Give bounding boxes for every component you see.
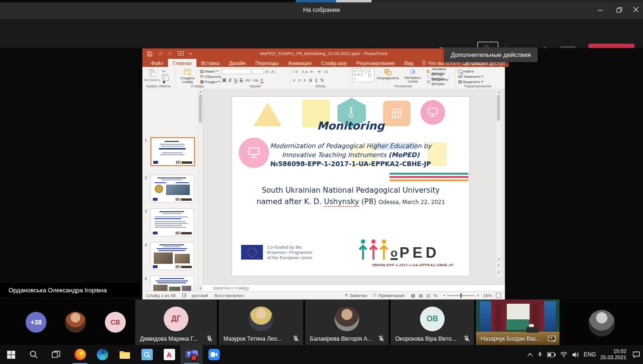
layout-button[interactable]: ▤Макет▾ (200, 69, 221, 74)
participant-tile-nazarchuk-video[interactable]: Назарчук Богдан Вас... (476, 299, 559, 345)
arrange-button[interactable]: Упорядочить (376, 68, 399, 84)
taskbar-file-explorer[interactable] (113, 345, 136, 364)
taskbar-acrobat[interactable]: A (158, 345, 180, 364)
tab-view[interactable]: Вид (400, 59, 418, 67)
slide-canvas[interactable]: Monitoring Modernization of Pedagogical … (232, 97, 469, 276)
font-size-combo[interactable] (252, 69, 263, 74)
tray-language[interactable]: ENG (584, 351, 596, 358)
slide-scroll-thumb[interactable] (497, 95, 500, 121)
participant-tile-balakireva[interactable]: Балакірева Вікторія А... (305, 299, 389, 345)
taskbar-edge[interactable] (91, 345, 113, 364)
thumb-scroll-up-icon[interactable]: ▲ (199, 90, 202, 93)
tray-mic-icon[interactable] (537, 351, 543, 358)
paste-button[interactable]: Вставить (144, 68, 160, 84)
numbering-icon[interactable]: ⒈≡ (301, 69, 308, 74)
minimize-button[interactable] (592, 3, 608, 16)
slide-thumbnail-4[interactable] (150, 242, 194, 270)
tab-review[interactable]: Рецензирование (352, 59, 400, 67)
tab-transitions[interactable]: Переходы (251, 59, 283, 67)
bullets-icon[interactable]: ∷≡ (293, 69, 298, 74)
participant-tile-okorokova[interactable]: ОВ Окорокова Віра Вікто... (391, 299, 474, 345)
participant-tile-demydova[interactable]: ДГ Демидова Марина Г... (135, 299, 217, 345)
zoom-slider-thumb[interactable] (460, 293, 462, 298)
task-view-button[interactable] (45, 345, 67, 364)
slide-thumbnail-3[interactable] (150, 208, 194, 236)
taskbar-zoom[interactable] (203, 345, 225, 364)
taskbar-firefox[interactable] (69, 345, 91, 364)
thumb-scroll-thumb[interactable] (199, 94, 202, 123)
underline-button[interactable]: Ч (234, 78, 237, 83)
tab-insert[interactable]: Вставка (196, 59, 224, 67)
align-right-icon[interactable]: ≡ (304, 78, 306, 83)
restore-button[interactable] (611, 3, 627, 16)
zoom-slider[interactable] (447, 295, 475, 296)
replace-button[interactable]: abЗаменить▾ (458, 74, 483, 79)
tray-chevron-icon[interactable] (527, 353, 533, 356)
spellcheck-icon[interactable] (182, 293, 187, 299)
new-slide-button[interactable]: Создать слайд (177, 68, 198, 84)
view-reading-button[interactable]: ▥ (426, 293, 430, 298)
align-left-icon[interactable]: ≡ (293, 78, 295, 83)
thumbnail-scrollbar[interactable]: ▲ ▼ (198, 89, 203, 291)
tab-home[interactable]: Главная (168, 59, 196, 67)
bold-button[interactable]: Ж (222, 78, 226, 83)
slide-scrollbar[interactable]: ▲ ▼ ⇞ ⇟ (496, 90, 501, 277)
tray-wifi-icon[interactable] (560, 352, 568, 357)
italic-button[interactable]: К (229, 78, 232, 83)
overflow-participants-badge[interactable]: +38 (26, 312, 47, 333)
select-button[interactable]: ▧Выделить▾ (458, 79, 483, 84)
zoom-level[interactable]: 16% (483, 293, 492, 298)
tray-clock[interactable]: 15:02 25.03.2021 (600, 348, 626, 361)
slide-scroll-up-icon[interactable]: ▲ (497, 90, 501, 93)
cut-icon[interactable]: ✂ (162, 69, 168, 74)
font-color-icon[interactable]: A (261, 77, 263, 83)
close-button[interactable] (628, 3, 643, 16)
change-case-icon[interactable]: Aa (253, 78, 258, 83)
slide-thumbnail-1[interactable] (150, 137, 195, 166)
align-center-icon[interactable]: ≡ (298, 78, 300, 83)
grow-font-icon[interactable]: A↑ (265, 69, 270, 74)
status-restored[interactable]: Восстановлен (214, 293, 244, 298)
quick-styles-button[interactable]: Экспресс-стили (401, 68, 425, 84)
tab-slideshow[interactable]: Слайд-шоу (317, 59, 352, 67)
find-button[interactable]: Найти (458, 69, 483, 74)
view-slideshow-button[interactable]: ⧉ (434, 293, 437, 299)
slide-thumbnail-2[interactable] (150, 175, 194, 203)
status-language[interactable]: русский (192, 293, 208, 298)
shrink-font-icon[interactable]: A↓ (271, 69, 277, 74)
participant-initials-sv[interactable]: СВ (105, 312, 126, 333)
slide-thumbnail-5[interactable] (150, 276, 194, 291)
fit-to-window-button[interactable] (496, 293, 501, 298)
notes-pane[interactable]: Заметки к слайду (203, 284, 505, 291)
font-name-combo[interactable] (222, 69, 251, 74)
tab-file[interactable]: Файл (146, 59, 168, 67)
tab-design[interactable]: Дизайн (224, 59, 251, 67)
tray-volume-icon[interactable] (572, 352, 579, 358)
thumb-scroll-down-icon[interactable]: ▼ (199, 287, 202, 290)
tray-battery-icon[interactable] (547, 352, 556, 357)
zoom-out-button[interactable]: − (443, 293, 446, 298)
indent-less-icon[interactable]: ⇤ (310, 69, 314, 74)
tab-animations[interactable]: Анимация (283, 59, 316, 67)
view-sorter-button[interactable]: ▦ (419, 293, 423, 298)
status-notes-button[interactable]: ≜Заметки (345, 293, 367, 298)
participant-tile-mazurok[interactable]: Мазурок Тетяна Лео... (219, 299, 303, 345)
section-button[interactable]: ▦Раздел▾ (200, 79, 221, 84)
char-spacing-icon[interactable]: AV (245, 78, 250, 83)
columns-icon[interactable]: ∥ (315, 78, 317, 83)
participant-avatar-photo-1[interactable] (65, 312, 86, 333)
zoom-in-button[interactable]: + (476, 293, 479, 298)
reset-button[interactable]: ⟲Сбросить (200, 74, 221, 79)
indent-more-icon[interactable]: ⇥ (317, 69, 321, 74)
shapes-gallery[interactable]: ▭╲╲□○△▽⇦⇩⌒{}☆ (352, 68, 374, 82)
previous-slide-button[interactable]: ⇞ (497, 264, 500, 268)
strikethrough-button[interactable]: S (240, 78, 243, 83)
shape-effects-button[interactable]: ◍Эффекты фигуры (427, 79, 454, 84)
action-center-icon[interactable] (633, 351, 640, 358)
view-normal-button[interactable]: ▤ (411, 293, 415, 298)
justify-icon[interactable]: ≣ (309, 78, 313, 83)
taskbar-teams[interactable]: T (180, 345, 203, 364)
text-direction-icon[interactable]: ⇅ (320, 78, 324, 83)
taskbar-search-button[interactable] (22, 345, 45, 364)
copy-icon[interactable] (162, 74, 168, 79)
